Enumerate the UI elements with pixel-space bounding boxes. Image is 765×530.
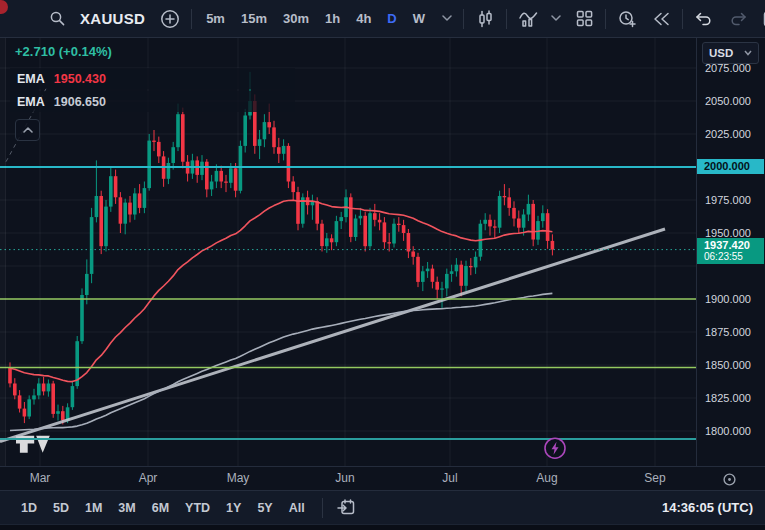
toolbar-divider xyxy=(463,9,464,29)
range-3m[interactable]: 3M xyxy=(111,499,142,517)
month-tick-aug: Aug xyxy=(536,471,557,485)
indicator-row-ema-fast[interactable]: EMA 1950.430 xyxy=(10,68,295,89)
timeframe-D[interactable]: D xyxy=(381,9,402,28)
indicator-value: 1906.650 xyxy=(54,95,106,109)
time-axis[interactable]: MarAprMayJunJulAugSep xyxy=(0,466,765,490)
bottom-toolbar: 1D5D1M3M6MYTD1Y5YAll 14:36:05 (UTC) xyxy=(0,490,765,524)
currency-dropdown[interactable]: USD xyxy=(702,42,759,64)
range-6m[interactable]: 6M xyxy=(145,499,176,517)
search-icon[interactable] xyxy=(44,6,70,32)
legend-collapse-button[interactable] xyxy=(15,119,40,141)
ema-line[interactable] xyxy=(10,293,552,430)
timeframe-W[interactable]: W xyxy=(407,9,431,28)
trendline-drawing[interactable] xyxy=(0,229,665,442)
goto-date-icon[interactable] xyxy=(333,495,359,521)
currency-label: USD xyxy=(709,47,733,59)
timeframe-1h[interactable]: 1h xyxy=(319,9,346,28)
chevron-down-icon[interactable] xyxy=(439,6,455,32)
toolbar-divider xyxy=(322,498,323,518)
price-tick: 1900.000 xyxy=(705,292,751,306)
redo-icon[interactable] xyxy=(725,6,751,32)
price-tick: 2050.000 xyxy=(705,94,751,108)
alert-add-icon[interactable] xyxy=(614,6,640,32)
timeframe-4h[interactable]: 4h xyxy=(350,9,377,28)
month-tick-may: May xyxy=(227,471,250,485)
toolbar-divider xyxy=(506,9,507,29)
price-tick: 1850.000 xyxy=(705,358,751,372)
chart-region: +2.710 (+0.14%) EMA 1950.430 EMA 1906.65… xyxy=(0,38,765,466)
timeframe-30m[interactable]: 30m xyxy=(277,9,315,28)
clock-utc[interactable]: 14:36:05 (UTC) xyxy=(662,500,753,515)
indicator-row-ema-slow[interactable]: EMA 1906.650 xyxy=(10,91,295,112)
range-1d[interactable]: 1D xyxy=(14,499,44,517)
month-tick-jun: Jun xyxy=(335,471,354,485)
range-all[interactable]: All xyxy=(282,499,312,517)
timeframe-15m[interactable]: 15m xyxy=(235,9,273,28)
chevron-down-icon xyxy=(744,50,752,56)
month-tick-jul: Jul xyxy=(442,471,457,485)
last-price-value: 1937.420 xyxy=(704,239,764,251)
undo-icon[interactable] xyxy=(691,6,717,32)
timeframe-5m[interactable]: 5m xyxy=(200,9,231,28)
event-marker-icon[interactable] xyxy=(545,438,565,458)
indicator-name: EMA xyxy=(17,72,45,86)
month-tick-mar: Mar xyxy=(30,471,51,485)
price-tick: 2025.000 xyxy=(705,127,751,141)
layout-grid-icon[interactable] xyxy=(571,6,597,32)
indicators-icon[interactable] xyxy=(515,6,541,32)
price-change-label: +2.710 (+0.14%) xyxy=(15,44,295,59)
range-5y[interactable]: 5Y xyxy=(250,499,279,517)
price-tick: 1975.000 xyxy=(705,193,751,207)
record-dot xyxy=(0,0,8,14)
price-tick: 1800.000 xyxy=(705,424,751,438)
replay-icon[interactable] xyxy=(648,6,674,32)
chart-canvas[interactable]: +2.710 (+0.14%) EMA 1950.430 EMA 1906.65… xyxy=(0,38,697,466)
trading-app-window: XAUUSD 5m15m30m1h4hDW xyxy=(0,0,765,530)
price-tick: 1825.000 xyxy=(705,391,751,405)
price-tick: 1875.000 xyxy=(705,325,751,339)
range-1m[interactable]: 1M xyxy=(78,499,109,517)
month-tick-apr: Apr xyxy=(139,471,158,485)
price-level-label: 2000.000 xyxy=(697,159,764,174)
symbol-name[interactable]: XAUUSD xyxy=(80,10,145,27)
toolbar-divider xyxy=(191,9,192,29)
snapshot-square-icon[interactable] xyxy=(759,6,765,32)
range-ytd[interactable]: YTD xyxy=(178,499,217,517)
axis-settings-icon[interactable] xyxy=(719,469,739,489)
chevron-down-icon[interactable] xyxy=(549,6,563,32)
bar-countdown: 06:23:55 xyxy=(704,251,764,262)
indicator-value: 1950.430 xyxy=(54,72,106,86)
chart-legend: +2.710 (+0.14%) EMA 1950.430 EMA 1906.65… xyxy=(10,42,295,141)
indicator-name: EMA xyxy=(17,95,45,109)
range-5d[interactable]: 5D xyxy=(46,499,76,517)
toolbar-divider xyxy=(682,9,683,29)
top-toolbar: XAUUSD 5m15m30m1h4hDW xyxy=(0,0,765,38)
timeframe-group: 5m15m30m1h4hDW xyxy=(200,9,431,28)
last-price-label: 1937.420 06:23:55 xyxy=(697,238,764,264)
collapse-chevron-icon xyxy=(22,126,34,134)
window-edge xyxy=(0,524,765,530)
compare-add-icon[interactable] xyxy=(157,6,183,32)
candle-style-icon[interactable] xyxy=(472,6,498,32)
range-1y[interactable]: 1Y xyxy=(219,499,248,517)
price-axis[interactable]: USD 2075.0002050.0002025.0001975.0001950… xyxy=(697,38,764,466)
month-tick-sep: Sep xyxy=(644,471,665,485)
drawing-toolbar-edge[interactable] xyxy=(0,38,6,466)
toolbar-divider xyxy=(605,9,606,29)
